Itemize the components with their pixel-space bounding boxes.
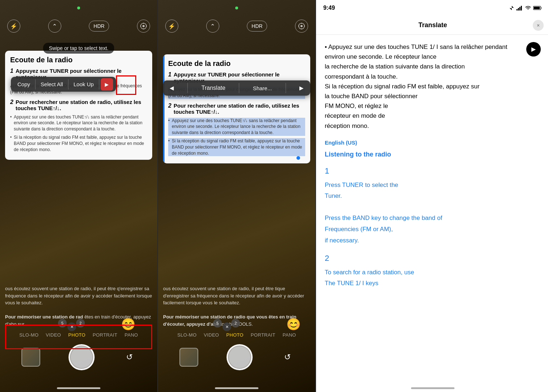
divider6 — [286, 83, 286, 93]
step1-num-2: 1 — [168, 71, 171, 78]
live-photo-icon[interactable] — [137, 20, 150, 33]
status-dot — [77, 7, 80, 9]
press-band-text: Press the BAND key to change the band of — [325, 214, 442, 221]
next-arrow-button[interactable]: ▶ — [294, 80, 309, 96]
step2-num: 2 — [10, 99, 13, 105]
red-box-1 — [116, 75, 136, 95]
flash-icon[interactable]: ⚡ — [7, 20, 20, 33]
step2-label: 2 — [325, 251, 541, 266]
svg-rect-17 — [534, 7, 540, 9]
mode-portrait-2[interactable]: PORTRAIT — [251, 332, 275, 338]
mode-slomo-2[interactable]: SLO-MO — [177, 332, 196, 338]
play-button[interactable]: ▶ — [526, 42, 541, 57]
step2-line1: To search for a radio station, use — [325, 269, 414, 276]
home-indicator-3 — [411, 387, 454, 389]
shutter-inner — [71, 346, 92, 368]
close-icon: × — [537, 22, 540, 28]
ios-status-bar: 9:49 — [316, 0, 548, 16]
bullet2-2: Si la réception du signal radio FM est f… — [168, 138, 305, 156]
mode-video-2[interactable]: VIDEO — [204, 332, 219, 338]
french-text: ▶ • Appuyez sur une des touches TUNE 1/ … — [325, 42, 541, 131]
swipe-hint: Swipe or tap to select text. — [43, 43, 114, 54]
chevron-up-icon-2[interactable]: ⌃ — [206, 20, 219, 33]
lang-label: English (US) — [325, 139, 541, 146]
shutter-button-2[interactable] — [227, 344, 253, 370]
context-menu-2: ◀ Translate Share... ▶ — [163, 80, 310, 96]
camera-top-controls-2: ⚡ ⌃ HDR — [158, 16, 315, 36]
look-up-button[interactable]: Look Up — [68, 77, 99, 92]
context-menu-1: Copy Select All Look Up ▶ — [11, 77, 116, 92]
english-translation: Listening to the radio 1 Press TUNER to … — [325, 149, 541, 289]
divider3 — [99, 79, 99, 89]
chevron-up-icon[interactable]: ⌃ — [48, 20, 61, 33]
svg-rect-13 — [518, 8, 519, 11]
photo-thumbnail-1[interactable] — [21, 348, 40, 367]
frequencies-text: Frequencies (FM or AM), if necessary. — [325, 226, 393, 244]
home-indicator-1 — [57, 387, 100, 389]
num-circle-x2: ✕ — [223, 322, 231, 331]
step1-line1: Press TUNER to select the — [325, 182, 398, 188]
svg-point-7 — [300, 25, 303, 27]
red-box-bottom-1 — [5, 325, 152, 349]
translate-content[interactable]: ▶ • Appuyez sur une des touches TUNE 1/ … — [316, 35, 548, 392]
close-button[interactable]: × — [533, 20, 544, 31]
bullet1: Appuyez sur une des touches TUNE↑/↓ sans… — [10, 114, 147, 132]
step1-line2: Tuner. — [325, 192, 342, 199]
live-photo-icon-2[interactable] — [295, 20, 308, 33]
ocr-card-2: Ecoute de la radio 1 Appuyez sur TUNER p… — [163, 54, 310, 163]
camera-modes-2: SLO-MO VIDEO PHOTO PORTRAIT PANO — [158, 332, 315, 338]
divider4 — [187, 83, 188, 93]
status-bar-1 — [0, 0, 157, 16]
phone-panel-1: ⚡ ⌃ HDR Swipe or tap to select text. Eco… — [0, 0, 157, 392]
svg-rect-15 — [521, 6, 522, 11]
rotate-icon-1[interactable]: ↺ — [123, 351, 136, 364]
signal-icon — [516, 5, 523, 11]
home-indicator-2 — [215, 387, 258, 389]
bullet1-2: Appuyez sur une des touches TUNE↑/↓ sans… — [168, 118, 305, 136]
step2-title: Pour rechercher une station de radio, ut… — [16, 99, 147, 111]
num-circle-2-2: 2 — [231, 319, 240, 328]
ocr-title-1: Ecoute de la radio — [10, 56, 147, 64]
translate-header: Translate × — [316, 16, 548, 35]
prev-arrow-button[interactable]: ◀ — [165, 80, 179, 96]
mode-photo-2[interactable]: PHOTO — [226, 332, 244, 338]
num-circle-5-2: 5 — [213, 319, 222, 328]
mode-pano-2[interactable]: PANO — [283, 332, 296, 338]
select-all-button[interactable]: Select All — [36, 77, 68, 92]
svg-rect-14 — [519, 7, 520, 11]
translate-panel: 9:49 — [316, 0, 548, 392]
divider5 — [239, 83, 239, 93]
camera-bottom-2: SLO-MO VIDEO PHOTO PORTRAIT PANO ↺ — [158, 332, 315, 370]
svg-rect-12 — [516, 9, 518, 11]
text-cursor-dot — [296, 156, 300, 160]
translate-title: Translate — [418, 21, 447, 29]
hdr-button[interactable]: HDR — [89, 21, 109, 32]
share-button[interactable]: Share... — [248, 81, 277, 96]
photo-thumbnail-2[interactable] — [179, 348, 198, 367]
ocr-card-1: Ecoute de la radio 1 Appuyez sur TUNER p… — [5, 51, 152, 160]
section-title: Listening to the radio — [325, 149, 541, 160]
copy-button[interactable]: Copy — [12, 77, 35, 92]
status-bar-2 — [158, 0, 315, 16]
hdr-button-2[interactable]: HDR — [247, 21, 267, 32]
battery-icon — [533, 6, 542, 10]
flash-icon-2[interactable]: ⚡ — [165, 20, 178, 33]
bullet2: Si la réception du signal radio FM est f… — [10, 134, 147, 153]
step2-line2: The TUNE 1/ I keys — [325, 280, 378, 287]
more-arrow[interactable]: ▶ — [101, 78, 113, 91]
shutter-inner-2 — [229, 346, 250, 368]
step2-num-2: 2 — [168, 103, 171, 109]
camera-top-controls: ⚡ ⌃ HDR — [0, 16, 157, 36]
wifi-icon — [525, 6, 531, 10]
ios-time: 9:49 — [323, 5, 335, 11]
step1-num: 1 — [10, 68, 13, 74]
translate-button[interactable]: Translate — [196, 80, 231, 96]
camera-controls-row-2: ↺ — [158, 344, 315, 370]
svg-point-1 — [142, 25, 145, 27]
phone-panel-2: ⚡ ⌃ HDR Ecoute de la radio 1 Appuyez sur… — [158, 0, 315, 392]
emoji-sticker-2: 😊 — [286, 317, 301, 331]
ocr-title-2: Ecoute de la radio — [168, 59, 305, 68]
rotate-icon-2[interactable]: ↺ — [281, 351, 294, 364]
step2-title-2: Pour rechercher une station de radio, ut… — [174, 103, 305, 115]
step1-label: 1 — [325, 164, 541, 178]
